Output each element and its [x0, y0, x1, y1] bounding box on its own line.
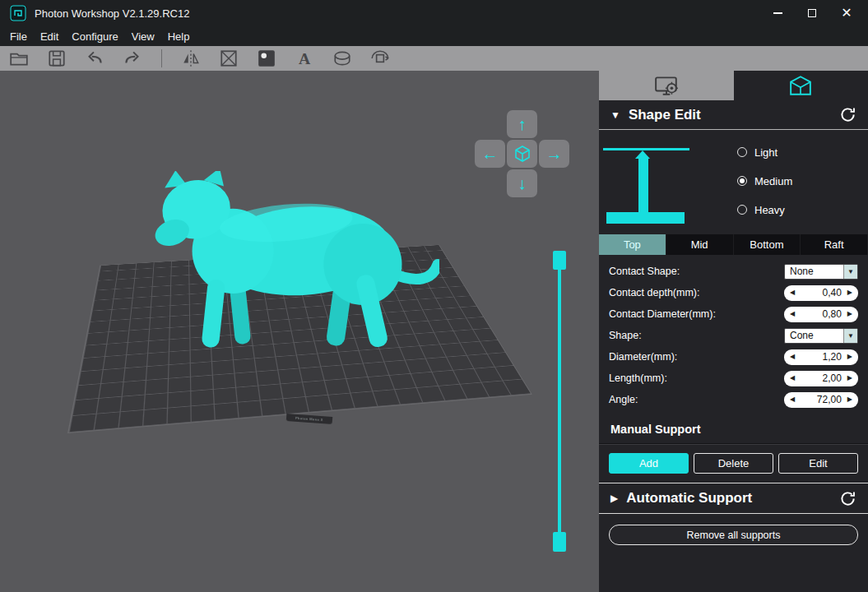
support-preview	[599, 130, 731, 234]
z-slider-bottom-handle[interactable]	[553, 532, 566, 552]
svg-text:A: A	[299, 50, 311, 67]
contact-shape-select[interactable]: None ▼	[784, 264, 858, 280]
punch-hole-button[interactable]	[256, 48, 277, 69]
dropdown-arrow-icon[interactable]: ▼	[843, 265, 857, 279]
delete-support-button[interactable]: Delete	[694, 453, 773, 474]
panel-tabs	[599, 71, 868, 100]
decrement-icon[interactable]: ◀	[790, 311, 795, 317]
tab-mid[interactable]: Mid	[666, 234, 734, 255]
cube-icon	[513, 144, 532, 164]
increment-icon[interactable]: ▶	[847, 311, 852, 317]
minimize-button[interactable]	[766, 3, 789, 23]
save-icon	[47, 49, 67, 68]
model-cat[interactable]	[153, 171, 439, 356]
rotate-button[interactable]	[369, 48, 391, 69]
undo-button[interactable]	[84, 48, 105, 69]
radio-medium-circle	[737, 176, 747, 186]
open-button[interactable]	[8, 48, 30, 69]
increment-icon[interactable]: ▶	[847, 396, 852, 403]
manual-support-buttons: Add Delete Edit	[609, 453, 858, 474]
tab-top[interactable]: Top	[599, 234, 666, 255]
increment-icon[interactable]: ▶	[847, 289, 852, 296]
save-button[interactable]	[46, 48, 67, 69]
angle-stepper[interactable]: ◀ 72,00 ▶	[784, 392, 858, 408]
tab-raft[interactable]: Raft	[801, 234, 868, 255]
contact-depth-stepper[interactable]: ◀ 0,40 ▶	[784, 285, 858, 301]
remove-all-supports-button[interactable]: Remove all supports	[609, 525, 858, 545]
shape-select[interactable]: Cone ▼	[784, 328, 858, 344]
angle-label: Angle:	[609, 394, 638, 405]
menu-view[interactable]: View	[125, 28, 161, 45]
menu-help[interactable]: Help	[161, 28, 197, 45]
decrement-icon[interactable]: ◀	[790, 289, 795, 296]
mirror-button[interactable]	[180, 48, 202, 69]
scale-icon	[219, 49, 239, 68]
length-label: Length(mm):	[609, 372, 667, 384]
z-slider-top-handle[interactable]	[553, 251, 566, 270]
menu-bar: File Edit Configure View Help	[0, 26, 868, 46]
viewport-3d[interactable]: Photon Mono X ↑ ←	[0, 71, 599, 592]
tab-bottom[interactable]: Bottom	[734, 234, 801, 255]
redo-button[interactable]	[122, 48, 143, 69]
edit-support-button[interactable]: Edit	[778, 453, 858, 474]
length-stepper[interactable]: ◀ 2,00 ▶	[784, 371, 858, 386]
contact-depth-label: Contact depth(mm):	[609, 287, 699, 298]
reset-shape-icon[interactable]	[839, 106, 856, 123]
contact-diameter-label: Contact Diameter(mm):	[609, 308, 716, 320]
collapse-arrow-icon: ▶	[610, 493, 618, 504]
left-arrow-icon: ←	[482, 145, 499, 164]
increment-icon[interactable]: ▶	[847, 354, 852, 360]
decrement-icon[interactable]: ◀	[790, 396, 795, 403]
scale-button[interactable]	[218, 48, 239, 69]
contact-shape-label: Contact Shape:	[609, 266, 680, 277]
automatic-support-header[interactable]: ▶ Automatic Support	[599, 483, 868, 514]
shape-edit-title: Shape Edit	[629, 107, 701, 123]
menu-edit[interactable]: Edit	[34, 28, 65, 45]
view-up-button[interactable]: ↑	[507, 110, 537, 138]
menu-configure[interactable]: Configure	[65, 28, 124, 45]
manual-support-title: Manual Support	[610, 423, 858, 436]
radio-medium[interactable]: Medium	[737, 172, 792, 190]
minimize-icon	[773, 12, 782, 14]
dropdown-arrow-icon[interactable]: ▼	[843, 329, 857, 343]
support-density-section: Light Medium Heavy	[599, 130, 868, 234]
support-structure-icon	[789, 75, 812, 96]
view-down-button[interactable]: ↓	[507, 169, 537, 197]
field-contact-depth: Contact depth(mm): ◀ 0,40 ▶	[609, 282, 858, 303]
undo-icon	[85, 49, 104, 68]
regenerate-supports-icon[interactable]	[839, 490, 856, 507]
open-folder-icon	[9, 49, 29, 68]
tab-support[interactable]	[734, 71, 868, 100]
decrement-icon[interactable]: ◀	[790, 375, 795, 382]
hollow-button[interactable]	[332, 48, 353, 69]
radio-light[interactable]: Light	[737, 143, 792, 161]
diameter-stepper[interactable]: ◀ 1,20 ▶	[784, 349, 858, 365]
menu-file[interactable]: File	[3, 28, 34, 45]
decrement-icon[interactable]: ◀	[790, 354, 795, 360]
contact-shape-value: None	[785, 266, 843, 277]
view-home-button[interactable]	[507, 140, 537, 168]
punch-hole-icon	[257, 49, 276, 68]
mirror-icon	[181, 49, 201, 68]
field-contact-diameter: Contact Diameter(mm): ◀ 0,80 ▶	[609, 303, 858, 325]
increment-icon[interactable]: ▶	[847, 375, 852, 382]
radio-heavy[interactable]: Heavy	[737, 201, 792, 219]
shape-edit-header[interactable]: ▼ Shape Edit	[599, 100, 868, 130]
right-arrow-icon: →	[546, 145, 563, 164]
text-button[interactable]: A	[294, 48, 315, 69]
view-left-button[interactable]: ←	[475, 140, 505, 168]
support-preview-base	[606, 212, 685, 224]
contact-depth-value: 0,40	[822, 287, 841, 298]
diameter-value: 1,20	[822, 351, 841, 363]
collapse-arrow-icon: ▼	[610, 109, 620, 121]
close-button[interactable]: ✕	[835, 3, 858, 23]
toolbar: A	[0, 46, 868, 71]
contact-diameter-stepper[interactable]: ◀ 0,80 ▶	[784, 307, 858, 322]
tab-machine-settings[interactable]	[599, 71, 734, 100]
add-support-button[interactable]: Add	[609, 453, 689, 474]
length-value: 2,00	[822, 372, 841, 384]
contact-diameter-value: 0,80	[822, 308, 841, 320]
maximize-button[interactable]	[801, 3, 824, 23]
z-slider-track[interactable]	[558, 259, 561, 543]
view-right-button[interactable]: →	[539, 140, 569, 168]
